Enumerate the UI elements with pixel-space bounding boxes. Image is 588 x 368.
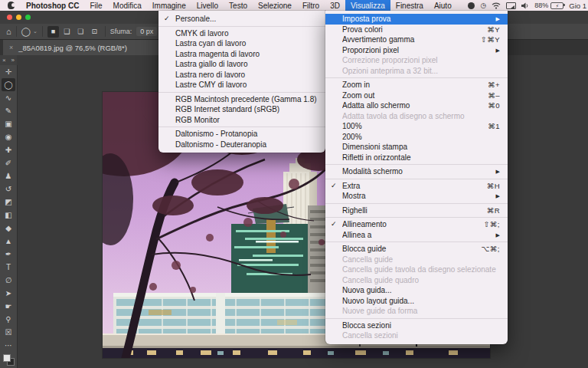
color-swatches[interactable] [3,354,14,365]
window-minimize-button[interactable] [16,15,21,20]
menubar-item-photoshop-cc[interactable]: Photoshop CC [21,0,84,11]
window-close-button[interactable] [7,15,12,20]
menu-item-100[interactable]: 100%⌘1 [325,121,508,132]
menu-item-lastra-giallo-di-lavoro[interactable]: Lastra giallo di lavoro [158,59,325,70]
menu-item-righelli[interactable]: Righelli⌘R [325,205,508,216]
menu-shortcut: ⌘+ [488,80,500,90]
menu-item-rgb-monitor[interactable]: RGB Monitor [158,115,325,126]
menu-extra-app-icon[interactable] [468,2,475,9]
menu-item-blocca-sezioni[interactable]: Blocca sezioni [325,320,508,331]
more-tools[interactable]: ⋯ [0,339,17,352]
menu-item-lastra-nero-di-lavoro[interactable]: Lastra nero di lavoro [158,70,325,80]
menubar-item-filtro[interactable]: Filtro [297,0,325,11]
document-tab[interactable]: × _85A0819.jpg @ 76,5% (RGB/8*) [3,40,159,55]
menu-item-rgb-macintosh-precedente-gamma-1-8[interactable]: RGB Macintosh precedente (Gamma 1.8) [158,94,325,105]
feather-input[interactable]: 0 px [136,27,157,36]
menu-item-lastra-magenta-di-lavoro[interactable]: Lastra magenta di lavoro [158,49,325,60]
eraser-tool[interactable]: ◩ [0,196,17,209]
frame-tool[interactable]: ☒ [0,326,17,339]
menu-item-nuova-guida[interactable]: Nuova guida... [325,285,508,296]
dodge-tool[interactable]: ▲ [0,235,17,248]
eyedropper-tool[interactable]: ◉ [0,130,17,143]
menubar-item-modifica[interactable]: Modifica [108,0,147,11]
menu-item-personale[interactable]: ✓Personale... [158,14,325,25]
type-tool[interactable]: T [0,261,17,274]
wifi-icon[interactable] [492,2,501,9]
window-zoom-button[interactable] [25,15,31,20]
blur-tool[interactable]: ◆ [0,222,17,235]
tab-close-icon[interactable]: × [9,44,13,51]
menu-item-label: Avvertimento gamma [342,34,473,45]
menu-item-daltonismo-deuteranopia[interactable]: Daltonismo - Deuteranopia [158,140,325,150]
menu-item-adatta-allo-schermo[interactable]: Adatta allo schermo⌘0 [325,100,508,111]
menubar-item-aiuto[interactable]: Aiuto [429,0,457,11]
view-menu: Imposta prova▶Prova colori⌘YAvvertimento… [325,11,508,344]
menubar-item-livello[interactable]: Livello [191,0,224,11]
menubar-item-immagine[interactable]: Immagine [147,0,191,11]
home-icon[interactable]: ⌂ [6,27,11,36]
menu-item-lastre-cmy-di-lavoro[interactable]: Lastre CMY di lavoro [158,80,325,90]
marquee-tool[interactable]: ◯ [2,78,15,91]
crop-tool[interactable]: ▣ [0,117,17,130]
menubar-item-3d[interactable]: 3D [325,0,345,11]
menu-item-label: 200% [342,132,500,143]
menu-item-modalit-schermo[interactable]: Modalità schermo▶ [325,166,508,177]
quick-selection-tool[interactable]: ✎ [0,104,17,117]
menu-item-avvertimento-gamma[interactable]: Avvertimento gamma⇧⌘Y [325,34,508,45]
tools-collapse-icon[interactable]: » [11,57,15,64]
battery-indicator[interactable]: 88% ⚡ [534,2,564,9]
menu-item-proporzioni-pixel[interactable]: Proporzioni pixel▶ [325,45,508,56]
menubar-status: ◷ 88% ⚡ Gio 1 [468,0,588,11]
move-tool[interactable]: ✛ [0,65,17,78]
menu-item-extra[interactable]: ✓Extra⌘H [325,181,508,192]
path-selection-tool[interactable]: ➤ [0,287,17,300]
menubar-clock[interactable]: Gio 1 [569,2,586,10]
zoom-tool[interactable]: ⚲ [0,313,17,326]
marquee-tool-icon[interactable]: ◯ [21,27,31,37]
menu-item-rifletti-in-orizzontale[interactable]: Rifletti in orizzontale [325,153,508,163]
gradient-tool[interactable]: ◧ [0,209,17,222]
menu-item-prova-colori[interactable]: Prova colori⌘Y [325,25,508,35]
intersect-selection-button[interactable]: ⊡ [89,26,100,38]
brush-tool[interactable]: ✐ [0,156,17,169]
menubar-item-visualizza[interactable]: Visualizza [345,0,390,11]
menubar-item-testo[interactable]: Testo [224,0,253,11]
menu-item-zoom-out[interactable]: Zoom out⌘– [325,90,508,101]
curvature-pen-tool[interactable]: ∅ [0,274,17,287]
clock-icon[interactable]: ◷ [480,0,486,11]
subtract-from-selection-button[interactable]: ❏ [75,26,87,38]
menubar-item-file[interactable]: File [84,0,107,11]
add-to-selection-button[interactable]: ❑ [61,26,73,38]
menu-item-cmyk-di-lavoro[interactable]: CMYK di lavoro [158,28,325,39]
document-title: _85A0819.jpg @ 76,5% (RGB/8*) [18,44,127,52]
menu-item-label: Cancella guide [342,255,500,265]
menu-item-blocca-guide[interactable]: Blocca guide⌥⌘; [325,244,508,255]
healing-brush-tool[interactable]: ✚ [0,143,17,156]
menubar-item-selezione[interactable]: Selezione [253,0,297,11]
menu-item-mostra[interactable]: Mostra▶ [325,191,508,202]
menu-item-dimensioni-stampa[interactable]: Dimensioni stampa [325,142,508,153]
foreground-color-swatch[interactable] [3,354,11,362]
clone-stamp-tool[interactable]: ♟ [0,169,17,182]
menu-item-nuovo-layout-guida[interactable]: Nuovo layout guida... [325,296,508,307]
menu-item-200[interactable]: 200% [325,132,508,143]
pen-tool[interactable]: ✒ [0,248,17,261]
chevron-down-icon[interactable]: ⌄ [33,28,38,34]
menubar-item-finestra[interactable]: Finestra [390,0,429,11]
tools-close-icon[interactable]: × [2,57,6,64]
history-brush-tool[interactable]: ↺ [0,182,17,196]
menu-item-label: Extra [342,181,479,192]
new-selection-button[interactable]: ■ [47,26,59,38]
apple-menu-icon[interactable] [8,2,15,9]
menu-item-imposta-prova[interactable]: Imposta prova▶ [325,14,508,25]
volume-icon[interactable] [521,2,529,9]
menu-item-rgb-internet-standard-srgb[interactable]: RGB Internet standard (sRGB) [158,104,325,115]
menu-item-daltonismo-protanopia[interactable]: Daltonismo - Protanopia [158,129,325,140]
lasso-tool[interactable]: ∿ [0,91,17,104]
menu-item-zoom-in[interactable]: Zoom in⌘+ [325,80,508,90]
menu-item-allinea-a[interactable]: Allinea a▶ [325,230,508,241]
airplay-icon[interactable] [506,2,516,9]
menu-item-allineamento[interactable]: ✓Allineamento⇧⌘; [325,219,508,230]
hand-tool[interactable]: ☛ [0,300,17,313]
menu-item-lastra-cyan-di-lavoro[interactable]: Lastra cyan di lavoro [158,38,325,49]
